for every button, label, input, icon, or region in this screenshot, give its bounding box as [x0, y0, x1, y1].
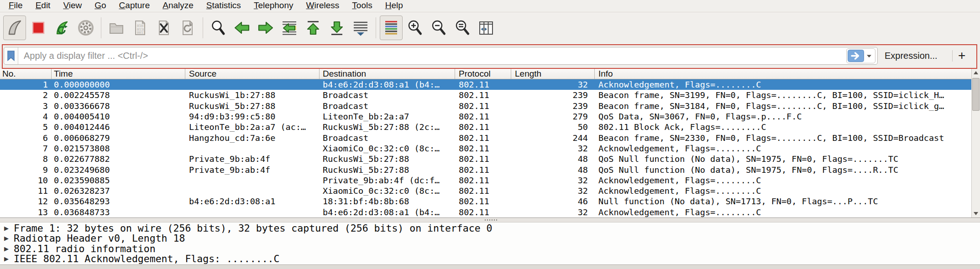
- expand-triangle-icon[interactable]: ▶: [0, 225, 14, 232]
- menu-file[interactable]: File: [2, 0, 29, 12]
- first-packet-button[interactable]: [302, 16, 325, 40]
- cell-no: 1: [0, 79, 52, 90]
- main-toolbar: 010101100011: [0, 12, 980, 43]
- expression-button[interactable]: Expression...: [885, 47, 938, 65]
- packet-list-scrollbar[interactable]: [971, 69, 980, 217]
- toolbar-separator: [101, 17, 101, 38]
- restart-capture-button[interactable]: [51, 16, 73, 40]
- menu-edit[interactable]: Edit: [29, 0, 57, 12]
- cell-destination: LiteonTe_bb:2a:a7: [320, 111, 455, 122]
- cell-info: Acknowledgement, Flags=........C: [595, 175, 980, 186]
- filter-bookmark-button[interactable]: [4, 47, 18, 64]
- cell-source: [185, 143, 320, 154]
- packet-row-6[interactable]: 60.006068279Hangzhou_cd:7a:6eBroadcast80…: [0, 132, 980, 143]
- cell-destination: RuckusWi_5b:27:88: [320, 164, 455, 175]
- detail-row[interactable]: ▶IEEE 802.11 Acknowledgement, Flags: ...…: [0, 254, 980, 264]
- cell-length: 32: [511, 143, 595, 154]
- column-header-length[interactable]: Length: [511, 69, 595, 79]
- add-filter-button[interactable]: +: [955, 46, 969, 65]
- cell-info: Acknowledgement, Flags=........C: [595, 143, 980, 154]
- menu-help[interactable]: Help: [379, 0, 409, 12]
- colorize-button[interactable]: [380, 16, 403, 40]
- cell-protocol: 802.11: [455, 143, 511, 154]
- column-header-time[interactable]: Time: [52, 69, 185, 79]
- previous-packet-button[interactable]: [231, 16, 253, 40]
- column-header-source[interactable]: Source: [185, 69, 320, 79]
- cell-info: 802.11 Block Ack, Flags=........C: [595, 122, 980, 132]
- menu-view[interactable]: View: [57, 0, 88, 12]
- cell-no: 4: [0, 111, 52, 122]
- expand-triangle-icon[interactable]: ▶: [0, 245, 14, 252]
- column-header-no[interactable]: No.: [0, 69, 52, 79]
- expand-triangle-icon[interactable]: ▶: [0, 235, 14, 242]
- menu-statistics[interactable]: Statistics: [200, 0, 247, 12]
- cell-source: Private_9b:ab:4f: [185, 154, 320, 164]
- start-capture-button: [3, 16, 26, 40]
- menu-analyze[interactable]: Analyze: [156, 0, 200, 12]
- cell-protocol: 802.11: [455, 186, 511, 196]
- cell-no: 8: [0, 154, 52, 164]
- arrow-down-icon: [974, 212, 978, 215]
- packet-row-5[interactable]: 50.004012446LiteonTe_bb:2a:a7 (ac:…Rucku…: [0, 122, 980, 132]
- cell-source: Hangzhou_cd:7a:6e: [185, 132, 320, 143]
- scroll-down-button[interactable]: [972, 210, 980, 217]
- packet-row-7[interactable]: 70.021573808XiaomiCo_0c:32:c0 (8c:…802.1…: [0, 143, 980, 154]
- next-packet-button[interactable]: [254, 16, 277, 40]
- auto-scroll-button[interactable]: [349, 16, 372, 40]
- zoom-normal-button[interactable]: [451, 16, 474, 40]
- cell-no: 13: [0, 207, 52, 217]
- scrollbar-track[interactable]: [972, 77, 980, 210]
- capture-options-button[interactable]: [74, 16, 97, 40]
- display-filter-bar[interactable]: [4, 47, 878, 65]
- cell-time: 0.021573808: [52, 143, 185, 154]
- apply-filter-button[interactable]: [848, 50, 864, 62]
- column-header-destination[interactable]: Destination: [320, 69, 455, 79]
- packet-row-11[interactable]: 110.026328237XiaomiCo_0c:32:c0 (8c:…802.…: [0, 186, 980, 196]
- packet-row-9[interactable]: 90.023249680Private_9b:ab:4fRuckusWi_5b:…: [0, 164, 980, 175]
- packet-row-13[interactable]: 130.036848733b4:e6:2d:d3:08:a1 (b4:…802.…: [0, 207, 980, 217]
- bookmark-icon: [7, 51, 15, 61]
- menu-wireless[interactable]: Wireless: [300, 0, 346, 12]
- cell-length: 244: [511, 132, 595, 143]
- packet-row-8[interactable]: 80.022677882Private_9b:ab:4fRuckusWi_5b:…: [0, 154, 980, 164]
- go-to-packet-button[interactable]: [278, 16, 301, 40]
- folder-icon: [107, 19, 126, 37]
- column-header-protocol[interactable]: Protocol: [455, 69, 511, 79]
- toolbar-separator: [203, 17, 203, 38]
- zoom-out-button[interactable]: [427, 16, 450, 40]
- menu-capture[interactable]: Capture: [113, 0, 157, 12]
- packet-row-3[interactable]: 30.003366678RuckusWi_5b:27:88Broadcast80…: [0, 101, 980, 111]
- filter-dropdown-caret[interactable]: [864, 54, 874, 58]
- packet-row-4[interactable]: 40.00400541094:d9:b3:99:c5:80LiteonTe_bb…: [0, 111, 980, 122]
- arrow-right-icon: [257, 19, 275, 37]
- cell-length: 32: [511, 79, 595, 90]
- pane-splitter[interactable]: [0, 217, 980, 222]
- detail-row[interactable]: ▶802.11 radio information: [0, 243, 980, 254]
- display-filter-input[interactable]: [23, 50, 846, 62]
- menu-tools[interactable]: Tools: [346, 0, 378, 12]
- stop-capture-button[interactable]: [27, 16, 50, 40]
- scroll-up-button[interactable]: [972, 69, 980, 77]
- cell-time: 0.006068279: [52, 132, 185, 143]
- cell-source: LiteonTe_bb:2a:a7 (ac:…: [185, 122, 320, 132]
- cell-info: Null function (No data), SN=1713, FN=0, …: [595, 196, 980, 207]
- scrollbar-thumb[interactable]: [972, 78, 980, 111]
- cell-destination: RuckusWi_5b:27:88 (2c:…: [320, 122, 455, 132]
- bottom-pane-edge: [0, 264, 980, 269]
- detail-row[interactable]: ▶Radiotap Header v0, Length 18: [0, 233, 980, 244]
- menu-go[interactable]: Go: [88, 0, 112, 12]
- packet-row-12[interactable]: 120.035648293b4:e6:2d:d3:08:a118:31:bf:4…: [0, 196, 980, 207]
- detail-row[interactable]: ▶Frame 1: 32 bytes on wire (256 bits), 3…: [0, 223, 980, 233]
- packet-row-2[interactable]: 20.002245578RuckusWi_1b:27:88Broadcast80…: [0, 90, 980, 100]
- stop-square-icon: [29, 19, 47, 37]
- resize-columns-button[interactable]: [475, 16, 498, 40]
- find-packet-button[interactable]: [207, 16, 230, 40]
- cell-no: 7: [0, 143, 52, 154]
- packet-row-1[interactable]: 10.000000000b4:e6:2d:d3:08:a1 (b4:…802.1…: [0, 79, 980, 90]
- last-packet-button[interactable]: [325, 16, 348, 40]
- menu-telephony[interactable]: Telephony: [247, 0, 300, 12]
- expand-triangle-icon[interactable]: ▶: [0, 255, 14, 262]
- packet-row-10[interactable]: 100.023590885Private_9b:ab:4f (dc:f…802.…: [0, 175, 980, 186]
- column-header-info[interactable]: Info: [595, 69, 980, 79]
- zoom-in-button[interactable]: [404, 16, 426, 40]
